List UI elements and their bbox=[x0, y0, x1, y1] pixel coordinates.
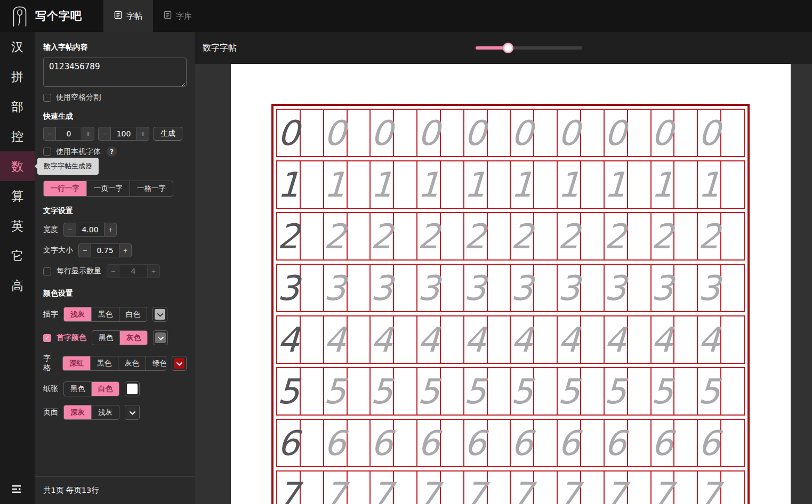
per-row-checkbox[interactable] bbox=[43, 267, 51, 275]
practice-cell[interactable] bbox=[348, 316, 371, 363]
digit-cell[interactable]: 4 bbox=[417, 316, 441, 363]
practice-cell[interactable] bbox=[628, 265, 652, 311]
option-chip[interactable]: 灰色 bbox=[118, 356, 146, 370]
practice-cell[interactable] bbox=[441, 213, 464, 259]
digit-cell[interactable]: 4 bbox=[698, 316, 721, 363]
practice-cell[interactable] bbox=[581, 316, 605, 363]
digit-cell[interactable]: 6 bbox=[652, 420, 675, 466]
practice-cell[interactable] bbox=[721, 420, 744, 466]
digit-cell[interactable]: 1 bbox=[605, 161, 628, 208]
practice-cell[interactable] bbox=[628, 472, 652, 504]
digit-cell[interactable]: 3 bbox=[277, 265, 301, 311]
practice-cell[interactable] bbox=[488, 472, 511, 504]
decrement-button[interactable]: − bbox=[63, 223, 76, 237]
digit-cell[interactable]: 4 bbox=[371, 316, 394, 363]
digit-cell[interactable]: 7 bbox=[464, 472, 488, 504]
option-chip[interactable]: 黑色 bbox=[64, 382, 92, 396]
practice-cell[interactable] bbox=[721, 110, 744, 156]
digit-cell[interactable]: 7 bbox=[371, 472, 394, 504]
option-chip[interactable]: 灰色 bbox=[120, 331, 147, 345]
layout-mode-tab[interactable]: 一页一字 bbox=[87, 181, 130, 196]
digit-cell[interactable]: 2 bbox=[698, 213, 721, 259]
practice-cell[interactable] bbox=[488, 368, 511, 414]
digit-cell[interactable]: 7 bbox=[652, 472, 675, 504]
digit-cell[interactable]: 1 bbox=[558, 161, 581, 208]
practice-cell[interactable] bbox=[674, 213, 698, 259]
digit-cell[interactable]: 1 bbox=[324, 161, 348, 208]
digit-cell[interactable]: 3 bbox=[371, 265, 394, 311]
digit-cell[interactable]: 5 bbox=[698, 368, 721, 414]
checkbox[interactable]: ✓ bbox=[43, 334, 51, 342]
top-tab[interactable]: 字库 bbox=[153, 0, 203, 32]
practice-cell[interactable] bbox=[534, 368, 558, 414]
digit-cell[interactable]: 1 bbox=[698, 161, 721, 208]
practice-cell[interactable] bbox=[301, 368, 324, 414]
practice-cell[interactable] bbox=[348, 110, 371, 156]
digit-cell[interactable]: 6 bbox=[511, 420, 534, 466]
practice-cell[interactable] bbox=[301, 110, 324, 156]
copybook-content-input[interactable]: 0123456789 bbox=[43, 58, 187, 87]
practice-cell[interactable] bbox=[628, 213, 652, 259]
sidebar-item[interactable]: 汉 bbox=[0, 32, 35, 62]
practice-cell[interactable] bbox=[488, 213, 511, 259]
option-chip[interactable]: 浅灰 bbox=[64, 307, 92, 321]
practice-cell[interactable] bbox=[534, 420, 558, 466]
slider-thumb[interactable] bbox=[503, 43, 513, 53]
digit-cell[interactable]: 7 bbox=[558, 472, 581, 504]
sidebar-item[interactable]: 数 bbox=[0, 151, 35, 181]
practice-cell[interactable] bbox=[394, 472, 417, 504]
practice-cell[interactable] bbox=[674, 316, 698, 363]
sidebar-item[interactable]: 部 bbox=[0, 92, 35, 121]
digit-cell[interactable]: 3 bbox=[698, 265, 721, 311]
option-chip[interactable]: 黑色 bbox=[92, 307, 119, 321]
color-swatch-button[interactable] bbox=[152, 307, 167, 322]
practice-cell[interactable] bbox=[348, 213, 371, 259]
increment-button[interactable]: + bbox=[136, 127, 149, 141]
option-chip[interactable]: 黑色 bbox=[91, 356, 118, 370]
digit-cell[interactable]: 0 bbox=[324, 110, 348, 156]
digit-cell[interactable]: 5 bbox=[464, 368, 488, 414]
practice-cell[interactable] bbox=[674, 420, 698, 466]
digit-cell[interactable]: 5 bbox=[558, 368, 581, 414]
digit-cell[interactable]: 3 bbox=[652, 265, 675, 311]
option-chip[interactable]: 白色 bbox=[92, 382, 119, 396]
option-chip[interactable]: 深灰 bbox=[64, 405, 92, 419]
practice-cell[interactable] bbox=[301, 420, 324, 466]
increment-button[interactable]: + bbox=[119, 243, 132, 257]
digit-cell[interactable]: 0 bbox=[652, 110, 675, 156]
practice-cell[interactable] bbox=[674, 472, 698, 504]
option-chip[interactable]: 绿色 bbox=[146, 356, 166, 370]
digit-cell[interactable]: 2 bbox=[605, 213, 628, 259]
practice-cell[interactable] bbox=[628, 110, 652, 156]
digit-cell[interactable]: 2 bbox=[511, 213, 534, 259]
practice-cell[interactable] bbox=[674, 368, 698, 414]
zoom-slider[interactable] bbox=[476, 43, 582, 53]
option-chip[interactable]: 黑色 bbox=[92, 331, 120, 345]
practice-cell[interactable] bbox=[534, 161, 558, 208]
practice-cell[interactable] bbox=[348, 265, 371, 311]
decrement-button[interactable]: − bbox=[43, 127, 56, 141]
practice-cell[interactable] bbox=[581, 472, 605, 504]
digit-cell[interactable]: 7 bbox=[698, 472, 721, 504]
practice-cell[interactable] bbox=[581, 110, 605, 156]
generate-button[interactable]: 生成 bbox=[154, 127, 182, 141]
space-split-checkbox[interactable] bbox=[43, 94, 51, 102]
practice-cell[interactable] bbox=[721, 472, 744, 504]
color-swatch-button[interactable] bbox=[172, 356, 187, 371]
practice-cell[interactable] bbox=[674, 161, 698, 208]
practice-cell[interactable] bbox=[301, 161, 324, 208]
practice-cell[interactable] bbox=[301, 213, 324, 259]
practice-cell[interactable] bbox=[488, 420, 511, 466]
practice-cell[interactable] bbox=[394, 368, 417, 414]
sidebar-item[interactable]: 英 bbox=[0, 211, 35, 241]
digit-cell[interactable]: 5 bbox=[605, 368, 628, 414]
digit-cell[interactable]: 2 bbox=[652, 213, 675, 259]
digit-cell[interactable]: 1 bbox=[464, 161, 488, 208]
practice-cell[interactable] bbox=[348, 368, 371, 414]
digit-cell[interactable]: 2 bbox=[558, 213, 581, 259]
practice-cell[interactable] bbox=[441, 265, 464, 311]
practice-cell[interactable] bbox=[581, 368, 605, 414]
top-tab[interactable]: 字帖 bbox=[103, 0, 153, 32]
digit-cell[interactable]: 7 bbox=[277, 472, 301, 504]
practice-cell[interactable] bbox=[721, 161, 744, 208]
